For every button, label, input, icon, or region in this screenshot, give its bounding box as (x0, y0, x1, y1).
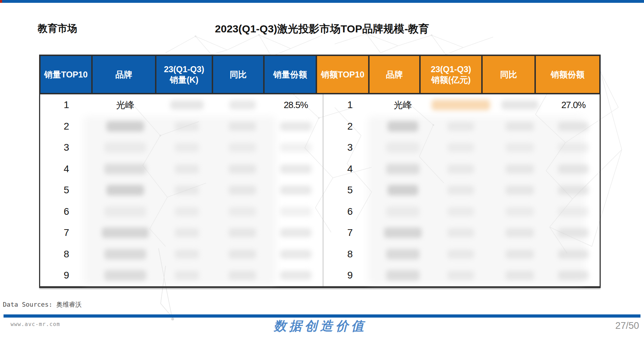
blur-smudge (280, 164, 311, 174)
page-title: 2023(Q1-Q3)激光投影市场TOP品牌规模-教育 (0, 22, 644, 36)
value-cell-redacted (158, 244, 216, 265)
brand-ranking-table: 销量TOP10 品牌 23(Q1-Q3) 销量(K) 同比 销量份额 销额TOP… (39, 55, 601, 288)
blur-smudge (104, 270, 146, 281)
rank-cell: 7 (323, 222, 377, 244)
share-cell: 27.0% (547, 94, 600, 116)
table-row: 6 (40, 201, 323, 223)
blur-smudge (386, 206, 420, 217)
blur-smudge (558, 186, 588, 195)
value-cell-redacted (429, 180, 493, 201)
header-volume-value: 23(Q1-Q3) 销量(K) (156, 56, 213, 93)
rank-cell: 8 (40, 244, 93, 265)
header-volume-top10: 销量TOP10 (41, 56, 93, 93)
blur-smudge (280, 143, 311, 152)
yoy-cell-redacted (216, 201, 269, 223)
value-cell-redacted (158, 116, 216, 137)
rank-cell: 3 (323, 137, 377, 158)
blur-smudge (506, 207, 534, 216)
share-cell-redacted (269, 158, 323, 180)
blur-smudge (280, 186, 311, 195)
blur-smudge (175, 143, 199, 152)
footer-divider-line (4, 314, 640, 318)
rank-cell: 7 (40, 222, 93, 244)
blur-smudge (447, 143, 474, 152)
blur-smudge (175, 164, 199, 174)
yoy-cell-redacted (216, 116, 269, 137)
value-cell-redacted (158, 158, 216, 180)
header-revenue-top10: 销额TOP10 (317, 56, 370, 93)
brand-cell-redacted (377, 180, 429, 201)
value-cell-redacted (429, 158, 493, 180)
brand-cell-redacted (377, 222, 429, 244)
rank-cell: 1 (40, 94, 93, 116)
yoy-cell-redacted (216, 180, 269, 201)
brand-cell: 光峰 (377, 94, 429, 116)
blur-smudge (506, 271, 534, 280)
revenue-table-body: 1 光峰 27.0% 2 3 (323, 94, 600, 286)
share-cell-redacted (547, 222, 600, 244)
brand-cell-redacted (377, 137, 429, 158)
blur-smudge (506, 164, 534, 174)
blur-smudge (229, 250, 256, 259)
blur-smudge (104, 206, 146, 217)
volume-table-body: 1 光峰 28.5% 2 3 (40, 94, 323, 286)
share-cell-redacted (547, 158, 600, 180)
table-row: 1 光峰 27.0% (323, 94, 600, 116)
blur-smudge (506, 228, 534, 237)
blur-smudge (558, 164, 588, 174)
yoy-cell-redacted (493, 137, 547, 158)
blur-smudge (104, 142, 146, 153)
blur-smudge (280, 271, 311, 280)
table-row: 4 (40, 158, 323, 180)
top-accent-red-mark (0, 0, 2, 3)
rank-cell: 3 (40, 137, 93, 158)
brand-cell-redacted (377, 265, 429, 286)
share-cell-redacted (269, 265, 323, 286)
blur-smudge (447, 122, 474, 131)
brand-cell-redacted (93, 244, 158, 265)
brand-cell-redacted (93, 180, 158, 201)
table-body: 1 光峰 28.5% 2 3 (39, 94, 601, 288)
rank-cell: 2 (40, 116, 93, 137)
blur-smudge (432, 100, 490, 110)
value-cell-redacted (158, 222, 216, 244)
share-cell-redacted (269, 222, 323, 244)
share-cell-redacted (269, 244, 323, 265)
blur-smudge (175, 228, 199, 237)
brand-cell-redacted (377, 244, 429, 265)
blur-smudge (280, 207, 311, 216)
table-row: 7 (323, 222, 600, 244)
table-row: 2 (40, 116, 323, 137)
yoy-cell-redacted (216, 158, 269, 180)
blur-smudge (175, 207, 199, 216)
blur-smudge (229, 164, 256, 174)
table-row: 3 (40, 137, 323, 158)
table-row: 7 (40, 222, 323, 244)
blur-smudge (175, 250, 199, 259)
share-cell-redacted (269, 137, 323, 158)
page-number: 27/50 (615, 320, 639, 331)
rank-cell: 9 (323, 265, 377, 286)
blur-smudge (558, 271, 588, 280)
share-cell-redacted (547, 265, 600, 286)
blur-smudge (280, 250, 311, 259)
table-row: 9 (323, 265, 600, 286)
brand-cell-redacted (93, 116, 158, 137)
value-cell-redacted (429, 222, 493, 244)
blur-smudge (229, 271, 256, 280)
yoy-cell-redacted (493, 94, 547, 116)
value-cell-redacted (158, 94, 216, 116)
share-cell: 28.5% (269, 94, 323, 116)
blur-smudge (384, 227, 422, 238)
table-row: 9 (40, 265, 323, 286)
rank-cell: 4 (40, 158, 93, 180)
blur-smudge (558, 207, 588, 216)
value-cell-redacted (158, 137, 216, 158)
share-cell-redacted (269, 116, 323, 137)
table-row: 1 光峰 28.5% (40, 94, 323, 116)
yoy-cell-redacted (216, 265, 269, 286)
share-cell-redacted (547, 116, 600, 137)
brand-cell-redacted (93, 222, 158, 244)
table-row: 5 (40, 180, 323, 201)
blur-smudge (447, 207, 474, 216)
